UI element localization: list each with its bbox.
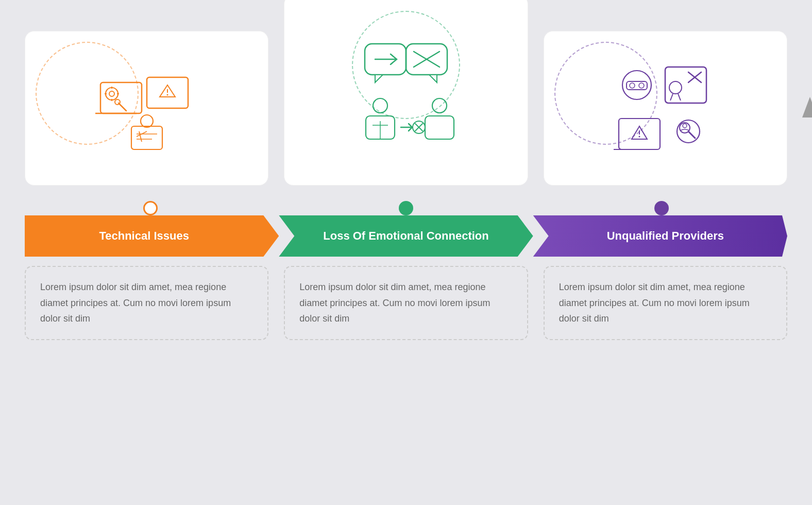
timeline-section: Technical Issues Loss Of Emotional Conne…	[25, 201, 787, 257]
arrow-technical: Technical Issues	[25, 215, 279, 257]
svg-line-44	[678, 94, 681, 100]
svg-point-55	[683, 124, 687, 128]
dot-emotional	[399, 201, 413, 215]
svg-line-18	[139, 131, 142, 142]
dot-technical	[143, 201, 158, 215]
desc-unqualified: Lorem ipsum dolor sit dim amet, mea regi…	[544, 266, 787, 340]
desc-text-emotional: Lorem ipsum dolor sit dim amet, mea regi…	[299, 279, 512, 327]
up-arrow-indicator	[802, 97, 812, 120]
desc-text-unqualified: Lorem ipsum dolor sit dim amet, mea regi…	[559, 279, 772, 327]
card-technical	[25, 31, 268, 186]
desc-emotional: Lorem ipsum dolor sit dim amet, mea regi…	[284, 266, 528, 340]
arrow-unqualified: Unqualified Providers	[533, 215, 787, 257]
svg-point-13	[166, 94, 168, 96]
svg-line-43	[670, 94, 673, 100]
card-emotional	[284, 0, 528, 186]
label-emotional: Loss Of Emotional Connection	[308, 229, 504, 243]
svg-rect-36	[425, 116, 454, 139]
label-technical: Technical Issues	[99, 229, 204, 243]
descriptions-row: Lorem ipsum dolor sit dim amet, mea regi…	[25, 266, 787, 340]
arrow-emotional: Loss Of Emotional Connection	[279, 215, 533, 257]
infographic: Technical Issues Loss Of Emotional Conne…	[25, 31, 787, 474]
svg-rect-14	[131, 126, 162, 149]
card-unqualified	[544, 31, 787, 186]
desc-technical: Lorem ipsum dolor sit dim amet, mea regi…	[25, 266, 268, 340]
svg-line-54	[689, 132, 695, 138]
label-unqualified: Unqualified Providers	[586, 229, 734, 243]
cards-row	[25, 31, 787, 186]
svg-point-51	[639, 136, 640, 138]
svg-point-42	[669, 81, 682, 94]
dot-unqualified	[654, 201, 669, 215]
svg-marker-56	[802, 97, 812, 117]
svg-point-15	[141, 115, 153, 127]
desc-text-technical: Lorem ipsum dolor sit dim amet, mea regi…	[40, 279, 253, 327]
